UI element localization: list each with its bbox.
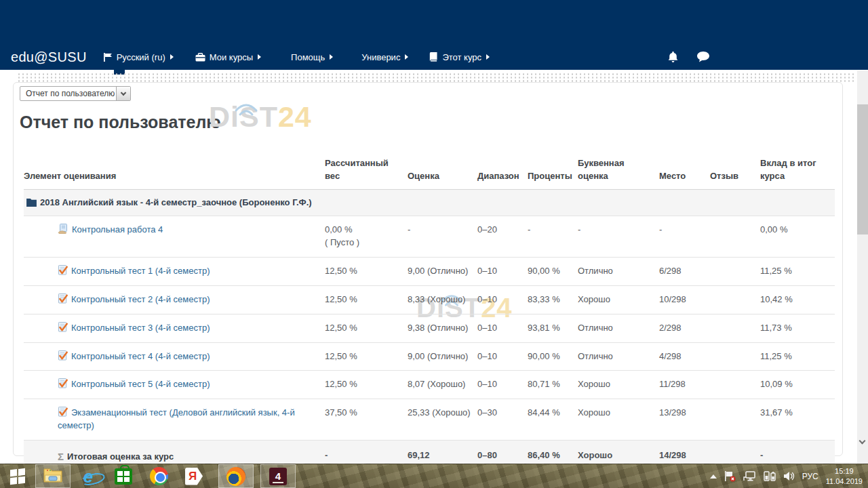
grade-item-link[interactable]: Контрольный тест 4 (4-й семестр) bbox=[71, 351, 210, 361]
column-header: Вклад в итог курса bbox=[760, 153, 835, 189]
grade-value-cell bbox=[710, 399, 760, 441]
network-icon[interactable] bbox=[743, 471, 756, 481]
internet-explorer-icon: e bbox=[83, 468, 93, 485]
scrollbar-track[interactable] bbox=[857, 70, 868, 464]
grade-value-cell bbox=[710, 189, 760, 216]
windows-store-icon bbox=[115, 468, 132, 485]
table-row-item: Контрольный тест 4 (4-й семестр)12,50 %9… bbox=[24, 342, 835, 371]
quiz-icon bbox=[58, 293, 68, 306]
taskbar-chrome-button[interactable] bbox=[141, 464, 176, 488]
grade-table-body: 2018 Английский язык - 4-й семестр_заочн… bbox=[24, 189, 835, 488]
grade-value-cell: 0–10 bbox=[477, 371, 528, 399]
grade-value-cell: 0–10 bbox=[477, 258, 528, 286]
volume-icon[interactable] bbox=[783, 471, 795, 481]
grade-value-cell: - bbox=[659, 216, 710, 258]
grade-value-cell bbox=[408, 189, 477, 216]
chevron-down-icon bbox=[121, 89, 126, 95]
content-card: Отчет по пользователю Отчет по пользоват… bbox=[13, 82, 843, 456]
grade-value-cell bbox=[710, 371, 760, 399]
grade-item-link[interactable]: Контрольный тест 3 (4-й семестр) bbox=[71, 323, 210, 333]
table-header-row: Элемент оценивания Рассчитанный вес Оцен… bbox=[24, 153, 835, 189]
grade-value-cell: 0,00 % ( Пусто ) bbox=[325, 216, 408, 258]
grade-item-link[interactable]: Контрольный тест 2 (4-й семестр) bbox=[71, 294, 210, 304]
taskbar-archive-app-button[interactable]: 4 bbox=[260, 464, 296, 488]
grade-value-cell bbox=[477, 189, 528, 216]
clock[interactable]: 15:19 11.04.2019 bbox=[826, 466, 863, 486]
grade-item-cell: Контрольный тест 3 (4-й семестр) bbox=[24, 314, 325, 342]
column-header: Буквенная оценка bbox=[578, 153, 659, 189]
grade-value-cell: 0,00 % bbox=[760, 216, 835, 258]
report-type-select[interactable]: Отчет по пользователю bbox=[20, 86, 131, 101]
grade-value-cell: 11,25 % bbox=[760, 258, 835, 286]
quiz-icon bbox=[58, 350, 68, 363]
grade-value-cell: 84,44 % bbox=[528, 399, 578, 441]
table-row-item: Контрольная работа 40,00 % ( Пусто )-0–2… bbox=[24, 216, 835, 258]
grade-value-cell: 80,71 % bbox=[528, 371, 578, 399]
grade-item-link[interactable]: Контрольный тест 1 (4-й семестр) bbox=[71, 266, 210, 276]
grade-value-cell: 13/298 bbox=[659, 399, 710, 441]
grade-value-cell bbox=[528, 189, 578, 216]
action-center-flag-icon[interactable] bbox=[724, 471, 736, 482]
grade-value-cell: 10/298 bbox=[659, 285, 710, 314]
grade-item-link[interactable]: Контрольный тест 5 (4-й семестр) bbox=[71, 379, 210, 389]
nav-help-menu[interactable]: Помощь bbox=[291, 52, 333, 62]
grade-value-cell: 8,07 (Хорошо) bbox=[408, 371, 477, 399]
tray-expand-arrow-icon[interactable] bbox=[710, 474, 717, 479]
grade-value-cell: Отлично bbox=[578, 342, 659, 371]
page-title: Отчет по пользователю bbox=[20, 113, 221, 132]
taskbar-internet-explorer-button[interactable]: e bbox=[71, 464, 106, 488]
book-icon bbox=[429, 52, 438, 62]
site-header: edu@SUSU Русский (ru) Мои курсы bbox=[0, 0, 868, 70]
notifications-bell-icon[interactable] bbox=[667, 52, 679, 66]
nav-language-menu[interactable]: Русский (ru) bbox=[103, 52, 174, 62]
taskbar-explorer-button[interactable] bbox=[35, 464, 71, 488]
grade-value-cell bbox=[710, 314, 760, 342]
grade-item-link[interactable]: Экзаменационный тест (Деловой английский… bbox=[58, 407, 295, 430]
quiz-icon bbox=[58, 407, 68, 420]
column-header: Проценты bbox=[528, 153, 578, 189]
caret-right-icon bbox=[258, 54, 261, 60]
briefcase-icon bbox=[195, 53, 205, 62]
report-type-value: Отчет по пользователю bbox=[20, 89, 116, 98]
nav-this-course-menu[interactable]: Этот курс bbox=[429, 52, 490, 62]
messages-icon[interactable] bbox=[697, 52, 709, 65]
scrollbar-down-arrow[interactable] bbox=[859, 438, 866, 445]
select-arrow-button[interactable] bbox=[116, 87, 130, 100]
grade-value-cell: 11,73 % bbox=[760, 314, 835, 342]
grade-value-cell: 90,00 % bbox=[528, 342, 578, 371]
grade-value-cell: Отлично bbox=[578, 258, 659, 286]
grade-value-cell: 12,50 % bbox=[325, 314, 408, 342]
battery-icon[interactable] bbox=[764, 471, 776, 481]
dotted-divider bbox=[17, 73, 856, 83]
taskbar-windows-store-button[interactable] bbox=[106, 464, 141, 488]
grade-value-cell: 12,50 % bbox=[325, 371, 408, 399]
grade-item-link[interactable]: Контрольная работа 4 bbox=[72, 224, 163, 235]
grade-value-cell: 12,50 % bbox=[325, 258, 408, 286]
grade-value-cell: 11/298 bbox=[659, 371, 710, 399]
archive-app-icon: 4 bbox=[269, 468, 287, 485]
system-tray: РУС 15:19 11.04.2019 bbox=[710, 464, 868, 488]
grade-value-cell: 31,67 % bbox=[760, 399, 835, 441]
nav-my-courses-menu[interactable]: Мои курсы bbox=[195, 52, 261, 62]
quiz-icon bbox=[58, 322, 68, 335]
grade-value-cell: Отлично bbox=[578, 314, 659, 342]
start-button[interactable] bbox=[0, 464, 35, 488]
site-logo[interactable]: edu@SUSU bbox=[11, 49, 87, 65]
grade-value-cell: 8,33 (Хорошо) bbox=[408, 285, 477, 314]
column-header: Отзыв bbox=[710, 153, 760, 189]
nav-univeris-menu[interactable]: Универис bbox=[361, 52, 408, 62]
taskbar-firefox-button[interactable] bbox=[218, 464, 254, 488]
quiz-icon bbox=[58, 265, 68, 278]
grade-value-cell bbox=[710, 285, 760, 314]
nav-label: Русский (ru) bbox=[117, 52, 165, 62]
taskbar-yandex-button[interactable]: Я bbox=[176, 464, 212, 488]
grade-value-cell: 10,09 % bbox=[760, 371, 835, 399]
language-indicator[interactable]: РУС bbox=[802, 472, 818, 481]
scrollbar-thumb[interactable] bbox=[857, 104, 868, 235]
grade-value-cell: Хорошо bbox=[578, 399, 659, 441]
grade-value-cell: 0–10 bbox=[477, 314, 528, 342]
grade-value-cell: 6/298 bbox=[659, 258, 710, 286]
grade-value-cell: 0–30 bbox=[477, 399, 528, 441]
column-header: Место bbox=[659, 153, 710, 189]
grade-value-cell: Хорошо bbox=[578, 285, 659, 314]
